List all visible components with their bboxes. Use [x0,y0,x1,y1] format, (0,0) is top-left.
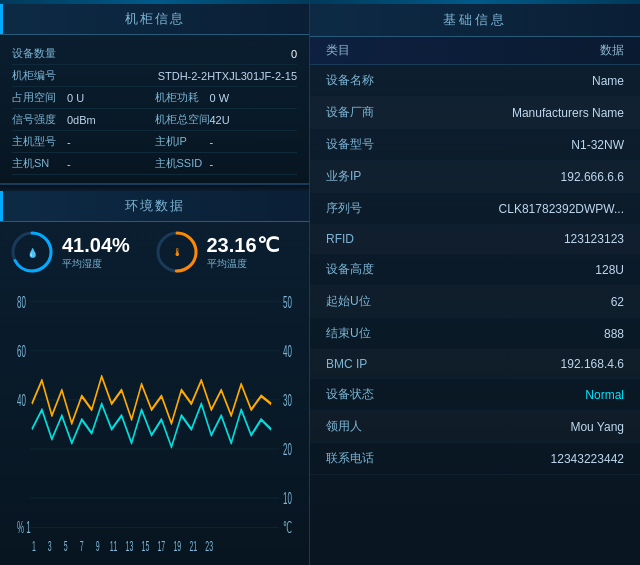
temp-label: 平均温度 [207,257,279,271]
row-value: Manufacturers Name [474,106,624,120]
env-section-header: 环境数据 [0,191,309,222]
row-label: 设备型号 [326,136,474,153]
svg-text:💧: 💧 [27,247,39,259]
temp-value-block: 23.16℃ 平均温度 [207,233,279,271]
table-row: 设备高度128U [310,254,640,286]
table-row: 起始U位62 [310,286,640,318]
cabinet-section-header: 机柜信息 [0,4,309,35]
svg-text:15: 15 [142,538,150,553]
row-value: Mou Yang [474,420,624,434]
svg-text:40: 40 [17,392,26,410]
right-panel: 基础信息 类目 数据 设备名称Name设备厂商Manufacturers Nam… [310,0,640,565]
host-ip-value: - [210,136,298,148]
host-sn-ssid-row: 主机SN - 主机SSID - [12,153,297,175]
cabinet-id-label: 机柜编号 [12,68,82,83]
cabinet-id-row: 机柜编号 STDH-2-2HTXJL301JF-2-15 [12,65,297,87]
row-value: 12343223442 [474,452,624,466]
svg-text:🌡: 🌡 [171,246,182,258]
row-label: 结束U位 [326,325,474,342]
device-count-row: 设备数量 0 [12,43,297,65]
svg-text:9: 9 [96,538,100,553]
host-sn-value: - [67,158,155,170]
occupied-space-label: 占用空间 [12,90,67,105]
table-row: 联系电话12343223442 [310,443,640,475]
svg-text:1: 1 [32,538,36,553]
row-value: 62 [474,295,624,309]
table-rows-container: 设备名称Name设备厂商Manufacturers Name设备型号N1-32N… [310,65,640,475]
host-ssid-col: 主机SSID - [155,156,298,171]
th-label: 类目 [326,42,474,59]
svg-text:40: 40 [283,343,292,361]
row-value: CLK81782392DWPW... [474,202,624,216]
total-space-value: 42U [210,114,298,126]
total-space-label: 机柜总空间 [155,112,210,127]
signal-col: 信号强度 0dBm [12,112,155,127]
host-ip-label: 主机IP [155,134,210,149]
cabinet-title: 机柜信息 [125,11,185,26]
svg-text:19: 19 [173,538,181,553]
row-value: 123123123 [474,232,624,246]
svg-text:11: 11 [110,538,118,553]
host-sn-label: 主机SN [12,156,67,171]
svg-text:17: 17 [157,538,165,553]
cabinet-body: 设备数量 0 机柜编号 STDH-2-2HTXJL301JF-2-15 占用空间… [0,35,309,183]
row-value: Name [474,74,624,88]
table-header-row: 类目 数据 [310,37,640,65]
svg-text:21: 21 [189,538,197,553]
svg-text:10: 10 [283,490,292,508]
svg-text:3: 3 [48,538,52,553]
right-header: 基础信息 [310,4,640,37]
svg-text:% 1: % 1 [17,520,31,538]
svg-text:50: 50 [283,294,292,312]
humidity-metric: 💧 41.04% 平均湿度 [10,230,155,274]
table-row: 设备厂商Manufacturers Name [310,97,640,129]
signal-label: 信号强度 [12,112,67,127]
svg-text:7: 7 [80,538,84,553]
row-value: 128U [474,263,624,277]
table-row: 设备状态Normal [310,379,640,411]
table-row: BMC IP192.168.4.6 [310,350,640,379]
table-row: 设备型号N1-32NW [310,129,640,161]
signal-totalspace-row: 信号强度 0dBm 机柜总空间 42U [12,109,297,131]
host-ssid-value: - [210,158,298,170]
svg-text:60: 60 [17,343,26,361]
power-value: 0 W [210,92,298,104]
svg-text:23: 23 [205,538,213,553]
row-value: 888 [474,327,624,341]
row-label: 序列号 [326,200,474,217]
host-model-ip-row: 主机型号 - 主机IP - [12,131,297,153]
left-panel: 机柜信息 设备数量 0 机柜编号 STDH-2-2HTXJL301JF-2-15… [0,0,310,565]
humidity-label: 平均湿度 [62,257,130,271]
host-ip-col: 主机IP - [155,134,298,149]
env-body: 💧 41.04% 平均湿度 🌡 [0,222,309,565]
host-ssid-label: 主机SSID [155,156,210,171]
row-label: BMC IP [326,357,474,371]
row-label: 起始U位 [326,293,474,310]
humidity-value: 41.04% [62,234,130,257]
right-title: 基础信息 [443,12,507,27]
row-label: 领用人 [326,418,474,435]
temp-icon: 🌡 [155,230,199,274]
svg-text:30: 30 [283,392,292,410]
power-col: 机柜功耗 0 W [155,90,298,105]
row-value: N1-32NW [474,138,624,152]
table-row: 结束U位888 [310,318,640,350]
row-value: 192.666.6.6 [474,170,624,184]
space-power-row: 占用空间 0 U 机柜功耗 0 W [12,87,297,109]
occupied-space-col: 占用空间 0 U [12,90,155,105]
humidity-value-block: 41.04% 平均湿度 [62,234,130,271]
total-space-col: 机柜总空间 42U [155,112,298,127]
temp-value: 23.16℃ [207,233,279,257]
occupied-space-value: 0 U [67,92,155,104]
row-label: 业务IP [326,168,474,185]
host-model-label: 主机型号 [12,134,67,149]
row-value: Normal [474,388,624,402]
table-row: 设备名称Name [310,65,640,97]
row-label: 设备厂商 [326,104,474,121]
power-label: 机柜功耗 [155,90,210,105]
env-metrics: 💧 41.04% 平均湿度 🌡 [10,230,299,274]
row-value: 192.168.4.6 [474,357,624,371]
svg-text:80: 80 [17,294,26,312]
env-chart: 80 60 40 % 1 50 40 30 20 10 ℃ 1 3 5 [10,282,299,557]
row-label: RFID [326,232,474,246]
